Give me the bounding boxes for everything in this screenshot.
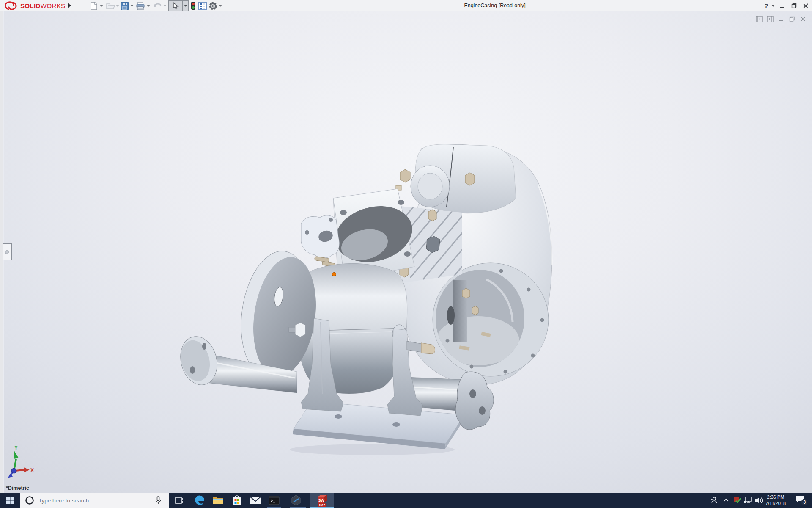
undo-dropdown[interactable] [163, 5, 167, 7]
restore-icon [791, 3, 797, 8]
pivot-nut [295, 323, 305, 337]
app-frame-edge [0, 11, 3, 493]
save-dropdown[interactable] [130, 5, 134, 7]
task-view-icon [175, 496, 184, 505]
store-button[interactable] [228, 493, 246, 508]
help-dropdown[interactable] [771, 5, 775, 7]
document-title: EngineCasing [Read-only] [431, 3, 558, 8]
save-button[interactable] [119, 0, 130, 11]
sw-cube-label: SW [318, 498, 325, 502]
properties-list-icon [198, 2, 207, 10]
select-cursor-icon [172, 2, 179, 10]
solidworks-swirl-icon [3, 0, 19, 11]
solidworks-app-icon: SW 2017 [315, 494, 329, 507]
show-right-pane-button[interactable] [766, 15, 774, 22]
doc-close-button[interactable] [799, 15, 807, 22]
help-button[interactable]: ? [763, 3, 769, 9]
select-button[interactable] [168, 0, 183, 11]
edge-button[interactable] [190, 493, 209, 508]
flange-hole [469, 389, 476, 398]
document-window-controls [755, 15, 807, 22]
network-icon [743, 496, 753, 505]
panel-tab-dot [5, 250, 9, 254]
base-hole [392, 422, 400, 427]
doc-restore-button[interactable] [788, 15, 796, 22]
action-center-icon: 3 [795, 495, 808, 506]
brand-primary: SOLID [20, 2, 41, 9]
selection-point-marker [332, 273, 336, 276]
app-close-button[interactable] [801, 2, 810, 10]
view-orientation-label: *Dimetric [6, 485, 29, 491]
open-dropdown[interactable] [116, 5, 119, 7]
fin-hex-plug [426, 236, 440, 253]
windows-taskbar: SW 2017 [0, 493, 812, 508]
new-document-button[interactable] [88, 0, 99, 11]
tray-date: 7/11/2018 [762, 500, 789, 507]
options-button[interactable] [208, 0, 219, 11]
menu-expand-arrow[interactable] [68, 3, 71, 8]
orientation-triad: Y X [3, 444, 41, 483]
rebuild-traffic-light-button[interactable] [189, 0, 197, 11]
minimize-icon [779, 3, 785, 8]
open-folder-icon [106, 2, 115, 10]
network-tray[interactable] [743, 493, 754, 508]
sw-check-icon [733, 496, 741, 505]
app-minimize-button[interactable] [777, 2, 787, 10]
start-button[interactable] [0, 493, 20, 508]
task-view-button[interactable] [170, 493, 189, 508]
people-button[interactable] [708, 493, 719, 508]
new-document-dropdown[interactable] [100, 5, 103, 7]
app-restore-button[interactable] [789, 2, 798, 10]
clock[interactable]: 2:36 PM 7/11/2018 [762, 494, 789, 507]
microphone-icon[interactable] [155, 496, 162, 505]
cover-hex-nut [400, 169, 410, 182]
command-prompt-button[interactable] [265, 493, 283, 508]
open-button[interactable] [105, 0, 116, 11]
undo-button[interactable] [152, 0, 163, 11]
doc-minimize-button[interactable] [777, 15, 785, 22]
hexagon-app-button[interactable] [287, 493, 305, 508]
show-desktop-strip[interactable] [809, 493, 809, 508]
feature-manager-collapsed-tab[interactable] [3, 243, 12, 260]
graphics-area[interactable] [4, 11, 812, 493]
base-hole [335, 414, 342, 419]
brand-secondary: WORKS [41, 2, 66, 9]
taskbar-search[interactable] [20, 493, 169, 508]
options-dropdown[interactable] [219, 5, 222, 7]
file-explorer-icon [213, 496, 224, 505]
mail-icon [250, 496, 261, 505]
print-icon [136, 2, 145, 10]
print-dropdown[interactable] [147, 5, 150, 7]
solidworks-app-button[interactable]: SW 2017 [313, 493, 332, 508]
y-axis-label: Y [14, 445, 18, 451]
windows-logo-icon [6, 496, 14, 505]
print-button[interactable] [135, 0, 146, 11]
file-properties-button[interactable] [197, 0, 208, 11]
x-axis-arrow [24, 467, 30, 472]
flange-hole [190, 366, 195, 374]
tray-overflow-button[interactable] [721, 493, 732, 508]
engine-casing-model [4, 11, 812, 493]
solidworks-logo: SOLIDWORKS [3, 0, 66, 11]
tray-time: 2:36 PM [762, 494, 789, 500]
triad-origin [11, 468, 16, 473]
cortana-icon [25, 496, 34, 505]
new-document-icon [90, 2, 98, 10]
solidworks-monitor-tray[interactable] [732, 493, 743, 508]
command-prompt-icon [269, 496, 280, 505]
mail-button[interactable] [246, 493, 265, 508]
edge-icon [194, 495, 205, 506]
notification-badge: 3 [804, 500, 806, 505]
search-input[interactable] [38, 497, 144, 504]
people-icon [709, 496, 718, 505]
show-left-pane-button[interactable] [755, 15, 763, 22]
flange-hole [202, 343, 206, 350]
save-floppy-icon [121, 2, 129, 10]
file-explorer-button[interactable] [209, 493, 228, 508]
undo-arrow-icon [153, 2, 162, 10]
x-axis-label: X [30, 467, 34, 473]
title-bar: SOLIDWORKS [0, 0, 812, 11]
action-center-button[interactable]: 3 [794, 493, 809, 508]
y-axis-arrow [14, 450, 19, 459]
select-dropdown[interactable] [182, 0, 189, 11]
